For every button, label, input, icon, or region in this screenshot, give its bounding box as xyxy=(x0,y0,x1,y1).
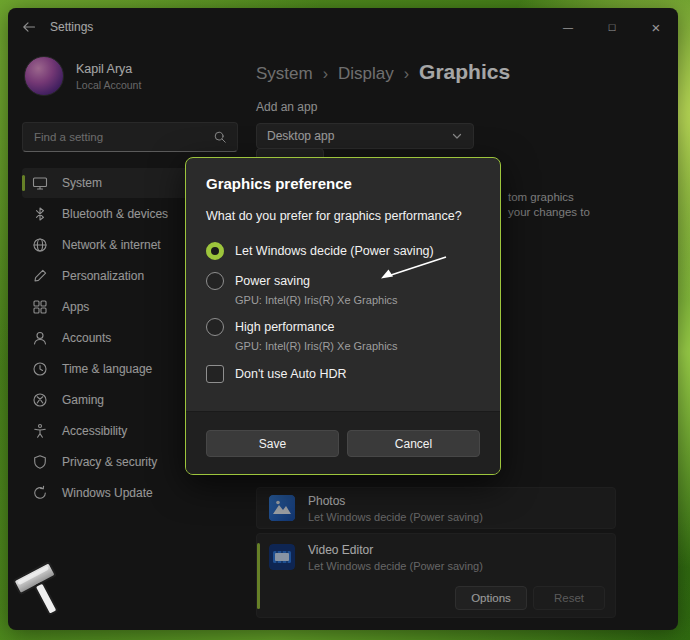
cancel-button[interactable]: Cancel xyxy=(347,430,480,457)
radio-label: Power saving xyxy=(235,274,310,288)
cancel-button-label: Cancel xyxy=(395,437,432,451)
settings-window: Settings — □ × Kapil Arya Local Account xyxy=(8,8,678,630)
checkbox-label: Don't use Auto HDR xyxy=(235,367,346,381)
checkbox-icon[interactable] xyxy=(206,365,224,383)
dialog-footer: Save Cancel xyxy=(186,411,500,475)
radio-selected-icon[interactable] xyxy=(206,242,224,260)
radio-unselected-icon[interactable] xyxy=(206,272,224,290)
graphics-preference-dialog: Graphics preference What do you prefer f… xyxy=(185,157,501,475)
dialog-question: What do you prefer for graphics performa… xyxy=(206,208,480,225)
radio-high-performance[interactable]: High performance xyxy=(206,317,480,337)
save-button[interactable]: Save xyxy=(206,430,339,457)
radio-unselected-icon[interactable] xyxy=(206,318,224,336)
desktop-background: Settings — □ × Kapil Arya Local Account xyxy=(0,0,690,640)
gpu-info: GPU: Intel(R) Iris(R) Xe Graphics xyxy=(235,293,480,307)
radio-label: High performance xyxy=(235,320,334,334)
gpu-info: GPU: Intel(R) Iris(R) Xe Graphics xyxy=(235,339,480,353)
annotation-arrow xyxy=(376,250,454,286)
dont-use-auto-hdr-checkbox-row[interactable]: Don't use Auto HDR xyxy=(206,365,480,383)
hammer-cursor-icon xyxy=(8,556,70,622)
dialog-title: Graphics preference xyxy=(206,174,480,194)
save-button-label: Save xyxy=(259,437,286,451)
